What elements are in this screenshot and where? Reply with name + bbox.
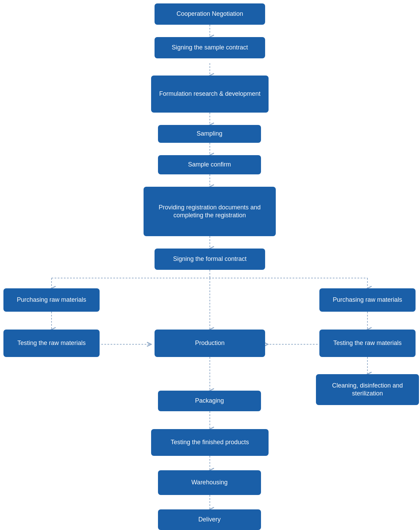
sampling-box: Sampling xyxy=(158,125,261,143)
cooperation-negotiation-box: Cooperation Negotiation xyxy=(155,3,265,25)
testing-raw-right-box: Testing the raw materials xyxy=(319,330,416,357)
production-box: Production xyxy=(155,330,265,357)
purchasing-raw-left-box: Purchasing raw materials xyxy=(3,288,100,312)
sample-confirm-box: Sample confirm xyxy=(158,155,261,174)
cleaning-box: Cleaning, disinfection and sterilization xyxy=(316,374,419,405)
signing-sample-contract-box: Signing the sample contract xyxy=(155,37,265,58)
providing-registration-box: Providing registration documents and com… xyxy=(144,187,276,236)
warehousing-box: Warehousing xyxy=(158,470,261,495)
delivery-box: Delivery xyxy=(158,509,261,530)
signing-formal-contract-box: Signing the formal contract xyxy=(155,249,265,270)
flowchart: Cooperation Negotiation Signing the samp… xyxy=(0,0,420,31)
testing-finished-box: Testing the finished products xyxy=(151,429,269,456)
formulation-rd-box: Formulation research & development xyxy=(151,76,269,113)
packaging-box: Packaging xyxy=(158,391,261,411)
testing-raw-left-box: Testing the raw materials xyxy=(3,330,100,357)
purchasing-raw-right-box: Purchasing raw materials xyxy=(319,288,416,312)
